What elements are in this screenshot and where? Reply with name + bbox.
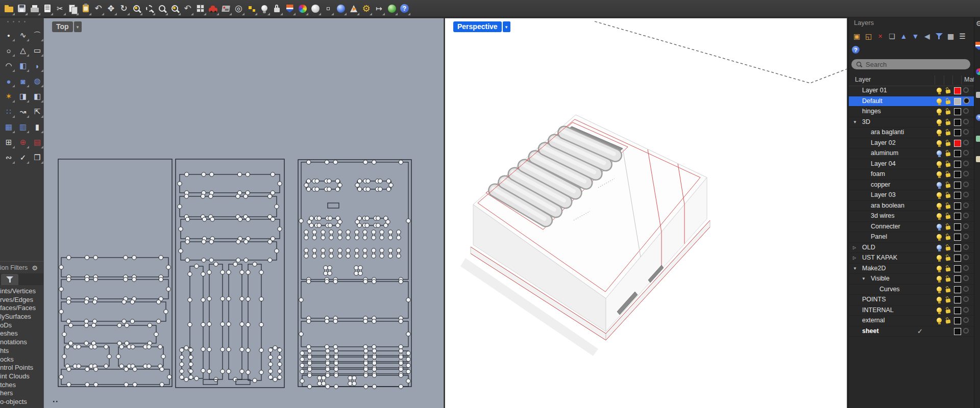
layers-tab-icon[interactable]	[975, 42, 980, 50]
layer-visibility-bulb-icon[interactable]	[937, 308, 942, 313]
dimension-icon[interactable]: ↦	[373, 2, 385, 16]
filter-item[interactable]: hts	[0, 347, 44, 355]
viewport-perspective-title[interactable]: Perspective	[453, 21, 502, 32]
layer-lock-icon[interactable]	[946, 298, 951, 302]
move-up-button[interactable]: ▲	[898, 31, 910, 42]
blocks-tool-icon[interactable]: ▥	[16, 120, 30, 134]
layer-visibility-bulb-icon[interactable]	[937, 276, 942, 281]
layer-color-swatch[interactable]	[954, 171, 961, 178]
layer-material-circle[interactable]	[963, 296, 969, 302]
collapse-button[interactable]: ◀	[921, 31, 933, 42]
help-icon[interactable]: ?	[398, 2, 411, 16]
layer-material-circle[interactable]	[963, 244, 969, 250]
layer-lock-icon[interactable]	[946, 194, 951, 198]
filter-layers-button[interactable]	[933, 31, 945, 42]
layer-row[interactable]: POINTS	[849, 295, 974, 305]
layer-row[interactable]: foam	[849, 169, 974, 180]
viewport-perspective-label[interactable]: Perspective ▾	[453, 21, 510, 32]
layer-lock-icon[interactable]	[946, 277, 951, 282]
layer-visibility-bulb-icon[interactable]	[937, 182, 942, 187]
layer-visibility-bulb-icon[interactable]	[937, 130, 942, 135]
new-sublayer-button[interactable]: ◱	[863, 31, 874, 42]
layer-color-swatch[interactable]	[954, 328, 961, 335]
layer-material-circle[interactable]	[963, 265, 969, 271]
layer-state-icon[interactable]	[245, 2, 258, 16]
layer-lock-icon[interactable]	[946, 288, 951, 292]
layer-row[interactable]: ▷OLD	[849, 243, 974, 253]
layer-color-swatch[interactable]	[954, 140, 961, 147]
filter-item[interactable]: notations	[0, 338, 44, 347]
layer-lock-icon[interactable]	[946, 121, 951, 125]
layer-visibility-bulb-icon[interactable]	[937, 318, 942, 323]
color-wheel-icon[interactable]	[296, 2, 309, 16]
control-point-curve-icon[interactable]: ∿	[16, 29, 30, 42]
rotate-view-icon[interactable]: ↻	[117, 2, 130, 16]
layer-color-swatch[interactable]	[954, 161, 961, 168]
filter-item[interactable]: lySurfaces	[0, 313, 44, 321]
solid-tools-icon[interactable]: ❒	[31, 151, 44, 164]
layer-color-swatch[interactable]	[954, 150, 961, 157]
surface-patch-icon[interactable]: ◧	[16, 59, 30, 72]
surface-corner-icon[interactable]: ◗	[31, 59, 44, 72]
circle-tool-icon[interactable]: ○	[2, 44, 15, 57]
check-tool-icon[interactable]: ✓	[16, 151, 30, 164]
layer-material-circle[interactable]	[963, 97, 970, 104]
shield-icon[interactable]	[283, 2, 296, 16]
pillow-surface-icon[interactable]: ◙	[16, 74, 30, 88]
layer-lock-icon[interactable]	[946, 100, 951, 104]
layer-visibility-bulb-icon[interactable]	[937, 297, 942, 302]
rectangle-tool-icon[interactable]: ▭	[31, 44, 44, 57]
points-on-icon[interactable]: ∷	[2, 105, 15, 118]
layer-lock-icon[interactable]	[946, 163, 951, 167]
layer-collapse-icon[interactable]: ▼	[853, 264, 857, 274]
layer-search-input[interactable]: Search	[851, 59, 970, 69]
sphere-tool-icon[interactable]: ●	[2, 74, 15, 88]
lock-icon[interactable]	[271, 2, 283, 16]
toolbar-grip[interactable]	[7, 21, 30, 23]
light-bulb-icon[interactable]	[258, 2, 271, 16]
layer-lock-icon[interactable]	[946, 257, 951, 261]
layer-color-swatch[interactable]	[954, 129, 961, 136]
layer-lock-icon[interactable]	[946, 309, 951, 313]
filter-item[interactable]: ints/Vertices	[0, 287, 44, 296]
grid-view-button[interactable]: ▦	[945, 31, 957, 42]
filter-item[interactable]: faces/Faces	[0, 304, 44, 313]
arc-tool-icon[interactable]: ◠	[2, 59, 15, 72]
layer-color-swatch[interactable]	[954, 286, 961, 293]
copy-icon[interactable]	[66, 2, 79, 16]
curve-d-icon[interactable]: ⌒	[31, 29, 44, 42]
layer-visibility-bulb-icon[interactable]	[937, 150, 942, 156]
layer-color-swatch[interactable]	[954, 296, 961, 303]
layer-visibility-bulb-icon[interactable]	[937, 98, 942, 104]
layer-color-swatch[interactable]	[954, 98, 961, 105]
render-icon[interactable]	[219, 2, 232, 16]
layer-material-circle[interactable]	[963, 286, 969, 292]
help-tab-icon[interactable]: ?	[975, 113, 980, 121]
curve-through-points-icon[interactable]: △	[16, 44, 30, 57]
scale-tool-icon[interactable]: ▮	[31, 120, 44, 134]
curve-boolean-icon[interactable]: ∾	[2, 151, 15, 164]
layer-row[interactable]: aluminum	[849, 148, 974, 159]
layer-row[interactable]: sheet✓	[849, 326, 974, 337]
zoom-selected-icon[interactable]	[156, 2, 168, 16]
layer-material-circle[interactable]	[963, 171, 969, 176]
zoom-extents-icon[interactable]	[168, 2, 181, 16]
group-tool-icon[interactable]: ▦	[2, 120, 15, 134]
viewport-perspective[interactable]: Perspective ▾	[445, 18, 847, 408]
layer-lock-icon[interactable]	[946, 215, 951, 219]
filter-item[interactable]: tches	[0, 381, 44, 390]
layer-material-circle[interactable]	[963, 161, 969, 166]
open-file-icon[interactable]	[3, 2, 15, 16]
layer-row[interactable]: Layer 02	[849, 138, 974, 149]
layer-material-circle[interactable]	[963, 317, 969, 323]
filter-funnel-tab[interactable]	[1, 274, 18, 285]
spotlight-icon[interactable]	[347, 2, 360, 16]
zoom-icon[interactable]	[130, 2, 143, 16]
filter-item[interactable]: ntrol Points	[0, 364, 44, 372]
filter-item[interactable]: eshes	[0, 329, 44, 338]
layer-row[interactable]: INTERNAL	[849, 305, 974, 316]
layer-material-circle[interactable]	[963, 108, 969, 114]
layer-color-swatch[interactable]	[954, 275, 961, 283]
layer-visibility-bulb-icon[interactable]	[937, 224, 942, 229]
layer-lock-icon[interactable]	[946, 173, 951, 177]
